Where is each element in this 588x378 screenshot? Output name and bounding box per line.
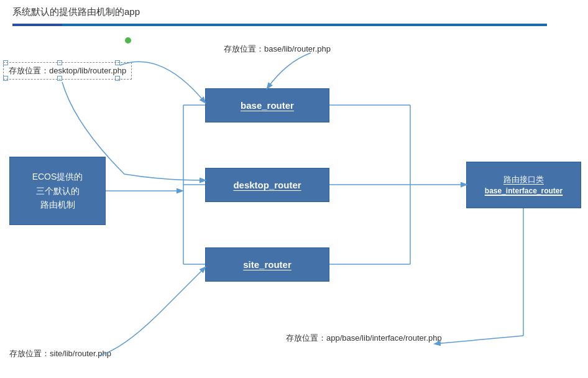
top-bar: [12, 24, 547, 26]
ecos-label: ECOS提供的三个默认的路由机制: [32, 170, 83, 211]
svg-line-11: [435, 336, 523, 344]
site-lib-path-label: 存放位置：site/lib/router.php: [9, 348, 111, 359]
ecos-node: ECOS提供的三个默认的路由机制: [9, 157, 106, 225]
interface-router-node: 路由接口类 base_interface_router: [466, 162, 581, 208]
interface-lib-path-label: 存放位置：app/base/lib/interface/router.php: [286, 333, 442, 344]
interface-router-bottom-label: base_interface_router: [485, 185, 563, 196]
desktop-router-label: desktop_router: [233, 180, 301, 190]
site-router-label: site_router: [243, 259, 292, 270]
diagram-container: 系统默认的提供路由机制的app 存放位置：base/lib/router.php…: [0, 0, 588, 378]
site-router-node: site_router: [205, 247, 329, 282]
desktop-router-node: desktop_router: [205, 168, 329, 202]
desktop-lib-path-label: 存放位置：desktop/lib/router.php: [3, 62, 132, 80]
page-title: 系统默认的提供路由机制的app: [12, 6, 140, 18]
base-lib-path-label: 存放位置：base/lib/router.php: [224, 44, 331, 55]
top-bar-accent: [12, 24, 62, 26]
base-router-node: base_router: [205, 88, 329, 122]
base-router-label: base_router: [241, 100, 294, 111]
interface-router-top-label: 路由接口类: [503, 173, 544, 186]
green-handle: [125, 37, 131, 44]
